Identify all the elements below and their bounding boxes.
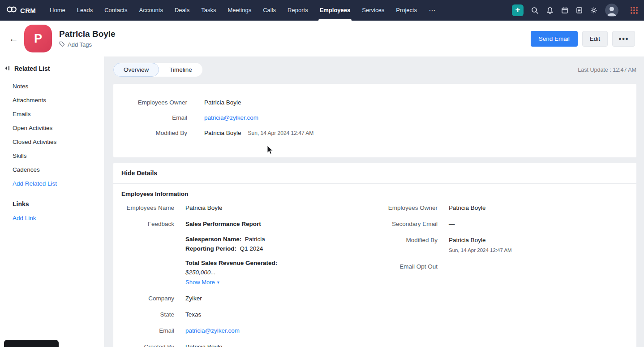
caret-down-icon: ▾ bbox=[217, 278, 219, 286]
details-left-column: Employees Name Patricia Boyle Feedback S… bbox=[121, 204, 365, 347]
nav-item-employees[interactable]: Employees bbox=[314, 0, 356, 21]
sidebar-item-emails[interactable]: Emails bbox=[0, 107, 104, 121]
field-label: State bbox=[121, 310, 174, 319]
details-right-column: Employees Owner Patricia Boyle Secondary… bbox=[385, 204, 628, 347]
field-label: Company bbox=[121, 294, 174, 303]
field-value: — bbox=[449, 220, 455, 228]
field-value: Patricia Boyle bbox=[449, 204, 486, 212]
field-row-employees-name: Employees Name Patricia Boyle bbox=[121, 204, 365, 212]
record-content: Overview Timeline Last Update : 12:47 AM… bbox=[104, 56, 644, 347]
record-avatar: P bbox=[24, 25, 52, 52]
feedback-title: Sales Performance Report bbox=[185, 220, 277, 228]
top-navigation: CRM Home Leads Contacts Accounts Deals T… bbox=[0, 0, 644, 21]
related-list-sidebar: Related List Notes Attachments Emails Op… bbox=[0, 56, 104, 347]
billing-icon[interactable] bbox=[576, 7, 583, 14]
related-list-title: Related List bbox=[14, 65, 50, 72]
employees-information-title: Employees Information bbox=[113, 184, 636, 200]
field-label: Secondary Email bbox=[385, 220, 438, 228]
field-label: Email bbox=[121, 326, 174, 335]
field-row-employees-owner: Employees Owner Patricia Boyle bbox=[385, 204, 628, 212]
field-value: Patricia Boyle Sun, 14 Apr 2024 12:47 AM bbox=[449, 236, 512, 255]
view-tabs: Overview Timeline bbox=[113, 63, 202, 77]
details-grid: Employees Name Patricia Boyle Feedback S… bbox=[113, 200, 636, 347]
field-value: Patricia Boyle Sun, 14 Apr 2024 12:24 AM bbox=[185, 343, 249, 347]
sidebar-item-attachments[interactable]: Attachments bbox=[0, 93, 104, 107]
nav-item-tasks[interactable]: Tasks bbox=[195, 0, 222, 21]
last-update-text: Last Update : 12:47 AM bbox=[578, 67, 636, 73]
nav-item-deals[interactable]: Deals bbox=[169, 0, 195, 21]
feedback-revenue-value: $250,000... bbox=[185, 268, 277, 277]
search-icon[interactable] bbox=[531, 7, 539, 14]
send-email-button[interactable]: Send Email bbox=[531, 31, 578, 47]
field-label: Employees Owner bbox=[113, 99, 187, 106]
summary-card: Employees Owner Patricia Boyle Email pat… bbox=[113, 84, 636, 157]
field-row-secondary-email: Secondary Email — bbox=[385, 220, 628, 228]
field-row-company: Company Zylker bbox=[121, 294, 365, 303]
nav-item-calls[interactable]: Calls bbox=[257, 0, 282, 21]
nav-item-projects[interactable]: Projects bbox=[390, 0, 423, 21]
brand-text: CRM bbox=[20, 7, 36, 14]
field-value: — bbox=[449, 262, 455, 271]
page-title: Patricia Boyle bbox=[59, 29, 116, 39]
field-label: Created By bbox=[121, 343, 174, 347]
field-value: Patricia Boyle bbox=[185, 204, 223, 212]
field-row-email-opt-out: Email Opt Out — bbox=[385, 262, 628, 271]
related-list-header[interactable]: Related List bbox=[0, 65, 104, 79]
field-label: Employees Owner bbox=[385, 204, 438, 212]
field-label: Modified By bbox=[385, 236, 438, 255]
sidebar-item-notes[interactable]: Notes bbox=[0, 79, 104, 93]
field-row-state: State Texas bbox=[121, 310, 365, 319]
crm-logo-icon bbox=[6, 6, 17, 15]
nav-item-contacts[interactable]: Contacts bbox=[99, 0, 133, 21]
add-link-link[interactable]: Add Link bbox=[0, 211, 104, 225]
crm-logo[interactable]: CRM bbox=[6, 6, 36, 15]
field-value: Zylker bbox=[185, 294, 202, 303]
bottom-toast bbox=[4, 340, 59, 347]
calendar-icon[interactable] bbox=[561, 7, 568, 14]
tag-icon bbox=[59, 41, 65, 48]
add-tags-label: Add Tags bbox=[68, 41, 92, 48]
details-card: Hide Details Employees Information Emplo… bbox=[113, 163, 636, 347]
title-block: Patricia Boyle Add Tags bbox=[59, 29, 116, 48]
email-link[interactable]: patricia@zylker.com bbox=[185, 327, 240, 334]
nav-item-services[interactable]: Services bbox=[356, 0, 390, 21]
quick-create-button[interactable]: + bbox=[512, 4, 524, 16]
add-related-list-link[interactable]: Add Related List bbox=[0, 177, 104, 191]
nav-item-leads[interactable]: Leads bbox=[71, 0, 99, 21]
edit-button[interactable]: Edit bbox=[582, 31, 608, 47]
record-header: ← P Patricia Boyle Add Tags Send Email E… bbox=[0, 21, 644, 56]
nav-item-reports[interactable]: Reports bbox=[282, 0, 314, 21]
nav-item-meetings[interactable]: Meetings bbox=[222, 0, 257, 21]
nav-right-icons: + bbox=[512, 4, 639, 17]
feedback-revenue-label: Total Sales Revenue Generated: bbox=[185, 260, 277, 266]
sidebar-item-open-activities[interactable]: Open Activities bbox=[0, 121, 104, 135]
collapse-panel-icon[interactable] bbox=[4, 65, 10, 73]
summary-row-modified-by: Modified By Patricia BoyleSun, 14 Apr 20… bbox=[113, 125, 636, 140]
sidebar-item-cadences[interactable]: Cadences bbox=[0, 163, 104, 177]
email-link[interactable]: patricia@zylker.com bbox=[204, 114, 258, 121]
notifications-icon[interactable] bbox=[546, 7, 554, 14]
feedback-period: Reporting Period: Q1 2024 bbox=[185, 244, 277, 253]
tab-overview[interactable]: Overview bbox=[113, 63, 159, 77]
settings-gear-icon[interactable] bbox=[590, 7, 597, 14]
hide-details-toggle[interactable]: Hide Details bbox=[113, 163, 636, 184]
modified-date: Sun, 14 Apr 2024 12:47 AM bbox=[449, 246, 512, 255]
links-section-title: Links bbox=[0, 191, 104, 211]
nav-item-home[interactable]: Home bbox=[44, 0, 71, 21]
field-value: Patricia BoyleSun, 14 Apr 2024 12:47 AM bbox=[204, 130, 313, 136]
add-tags-button[interactable]: Add Tags bbox=[59, 41, 116, 48]
sidebar-item-skills[interactable]: Skills bbox=[0, 149, 104, 163]
modified-date: Sun, 14 Apr 2024 12:47 AM bbox=[248, 130, 314, 136]
nav-item-accounts[interactable]: Accounts bbox=[133, 0, 168, 21]
field-row-created-by: Created By Patricia Boyle Sun, 14 Apr 20… bbox=[121, 343, 365, 347]
show-more-link[interactable]: Show More▾ bbox=[185, 278, 277, 286]
apps-grid-icon[interactable] bbox=[630, 6, 639, 15]
nav-more-button[interactable]: ⋯ bbox=[423, 0, 442, 21]
back-button[interactable]: ← bbox=[9, 33, 23, 44]
tab-timeline[interactable]: Timeline bbox=[159, 63, 202, 77]
field-row-feedback: Feedback Sales Performance Report Salesp… bbox=[121, 220, 365, 286]
sidebar-item-closed-activities[interactable]: Closed Activities bbox=[0, 135, 104, 149]
more-actions-button[interactable]: ●●● bbox=[612, 31, 635, 47]
field-label: Modified By bbox=[113, 130, 187, 136]
user-avatar[interactable] bbox=[605, 4, 618, 17]
